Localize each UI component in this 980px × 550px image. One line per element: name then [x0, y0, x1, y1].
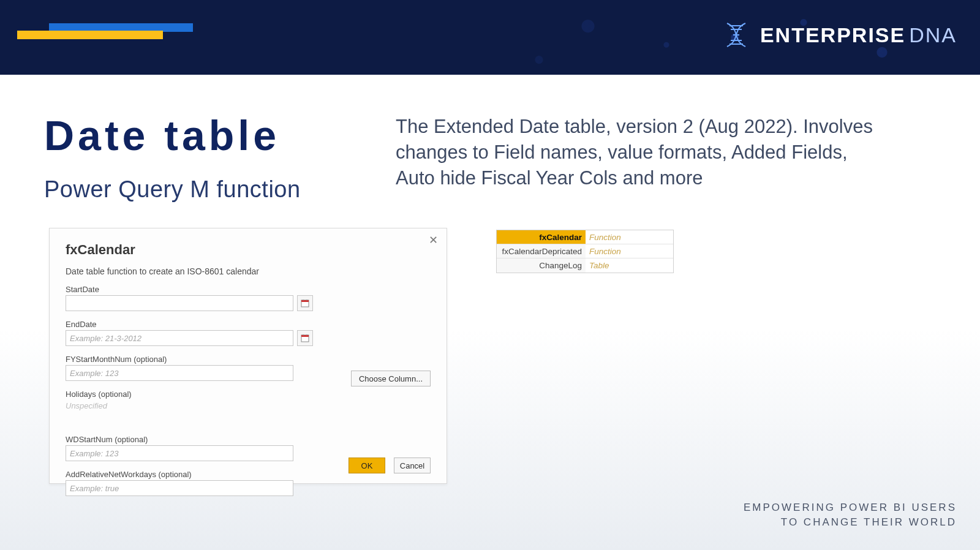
holidays-unspecified: Unspecified: [66, 401, 431, 410]
page-description: The Extended Date table, version 2 (Aug …: [396, 114, 873, 191]
dna-icon: [722, 21, 750, 49]
calendar-icon[interactable]: [297, 295, 313, 311]
ok-button[interactable]: OK: [349, 458, 385, 473]
query-name: fxCalendar: [497, 230, 586, 244]
footer-line2: TO CHANGE THEIR WORLD: [744, 515, 957, 530]
brand-name: ENTERPRISE: [760, 23, 905, 47]
query-list-table: fxCalendar Function fxCalendarDepricated…: [496, 230, 674, 273]
table-row[interactable]: ChangeLog Table: [497, 258, 673, 273]
brand-text: ENTERPRISEDNA: [760, 23, 957, 47]
dialog-description: Date table function to create an ISO-860…: [66, 266, 431, 276]
fystart-input[interactable]: [66, 365, 293, 381]
query-type: Function: [586, 230, 673, 244]
fxcalendar-dialog: ✕ fxCalendar Date table function to crea…: [49, 228, 447, 484]
query-type: Table: [586, 258, 673, 273]
holidays-label: Holidays (optional): [66, 390, 431, 399]
dialog-title: fxCalendar: [66, 242, 431, 258]
calendar-icon[interactable]: [297, 330, 313, 346]
query-type: Function: [586, 244, 673, 258]
footer-tagline: EMPOWERING POWER BI USERS TO CHANGE THEI…: [744, 500, 957, 530]
wdstart-label: WDStartNum (optional): [66, 435, 431, 444]
enddate-input[interactable]: [66, 330, 293, 346]
table-row[interactable]: fxCalendarDepricated Function: [497, 244, 673, 258]
fystart-label: FYStartMonthNum (optional): [66, 355, 431, 364]
brand-suffix: DNA: [909, 23, 957, 47]
query-name: fxCalendarDepricated: [497, 244, 586, 258]
svg-rect-10: [301, 335, 309, 337]
accent-bars: [17, 23, 193, 39]
content-area: Date table Power Query M function The Ex…: [0, 75, 980, 203]
table-row[interactable]: fxCalendar Function: [497, 230, 673, 244]
header-banner: ENTERPRISEDNA: [0, 0, 980, 75]
startdate-label: StartDate: [66, 285, 431, 294]
brand-logo: ENTERPRISEDNA: [722, 21, 957, 49]
accent-bar-yellow: [17, 31, 163, 39]
svg-rect-6: [301, 300, 309, 302]
addrelnet-input[interactable]: [66, 480, 293, 496]
footer-line1: EMPOWERING POWER BI USERS: [744, 500, 957, 516]
wdstart-input[interactable]: [66, 445, 293, 461]
query-name: ChangeLog: [497, 258, 586, 273]
cancel-button[interactable]: Cancel: [394, 458, 431, 473]
choose-column-button[interactable]: Choose Column...: [351, 371, 431, 386]
startdate-input[interactable]: [66, 295, 293, 311]
close-icon[interactable]: ✕: [429, 233, 438, 247]
enddate-label: EndDate: [66, 320, 431, 329]
